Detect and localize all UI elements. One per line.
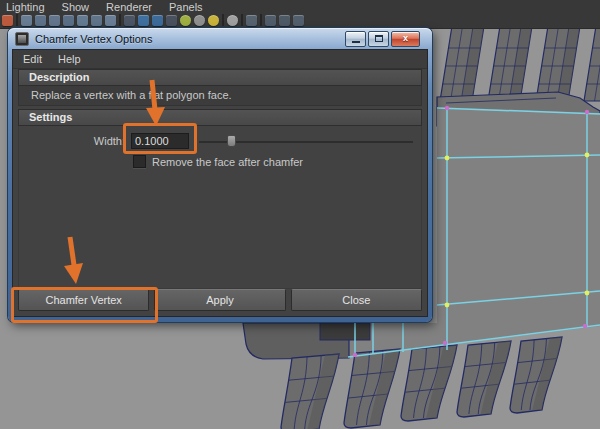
- menu-renderer[interactable]: Renderer: [106, 1, 152, 13]
- grease-pencil-icon[interactable]: [105, 15, 116, 26]
- textured-sphere-icon[interactable]: [208, 15, 219, 26]
- menu-edit[interactable]: Edit: [23, 53, 42, 65]
- exposure-icon[interactable]: [279, 15, 290, 26]
- xray-display-icon[interactable]: [265, 15, 276, 26]
- wireframe-sphere-icon[interactable]: [180, 15, 191, 26]
- maximize-button[interactable]: [368, 31, 389, 47]
- remove-face-checkbox[interactable]: [133, 155, 146, 168]
- resolution-gate-icon[interactable]: [138, 15, 149, 26]
- width-slider-handle[interactable]: [227, 135, 236, 147]
- lock-camera-icon[interactable]: [35, 15, 46, 26]
- field-chart-icon[interactable]: [166, 15, 177, 26]
- chamfer-vertex-button[interactable]: Chamfer Vertex: [18, 289, 149, 311]
- maya-app-icon: [15, 32, 29, 46]
- width-input[interactable]: [131, 133, 189, 149]
- image-plane-icon[interactable]: [77, 15, 88, 26]
- settings-panel: Width: Remove the face after chamfer: [18, 126, 422, 289]
- description-section-header: Description: [18, 69, 422, 86]
- toolbar-separator: [241, 14, 243, 26]
- snap-magnet-icon[interactable]: [2, 15, 13, 26]
- settings-section-header: Settings: [18, 109, 422, 126]
- dialog-content: Description Replace a vertex with a flat…: [18, 69, 422, 311]
- dialog-body: Edit Help Description Replace a vertex w…: [12, 49, 428, 317]
- toolbar-separator: [119, 14, 121, 26]
- panel-menu-bar: Lighting Show Renderer Panels: [0, 0, 600, 13]
- apply-button[interactable]: Apply: [154, 289, 285, 311]
- dialog-title: Chamfer Vertex Options: [35, 33, 345, 45]
- toolbar-separator: [16, 14, 18, 26]
- lighting-sphere-icon[interactable]: [227, 15, 238, 26]
- menu-help[interactable]: Help: [58, 53, 81, 65]
- remove-face-checkbox-label: Remove the face after chamfer: [152, 156, 303, 168]
- gamma-icon[interactable]: [293, 15, 304, 26]
- close-button[interactable]: Close: [291, 289, 422, 311]
- panel-toolbar: Lighting Show Renderer Panels: [0, 0, 600, 29]
- width-slider[interactable]: [199, 134, 413, 148]
- menu-panels[interactable]: Panels: [169, 1, 203, 13]
- isolate-select-icon[interactable]: [246, 15, 257, 26]
- gate-mask-icon[interactable]: [152, 15, 163, 26]
- dialog-titlebar[interactable]: Chamfer Vertex Options x: [8, 28, 432, 49]
- maximize-icon: [375, 35, 383, 42]
- bookmark-view-icon[interactable]: [63, 15, 74, 26]
- camera-attributes-icon[interactable]: [49, 15, 60, 26]
- toolbar-separator: [260, 14, 262, 26]
- menu-show[interactable]: Show: [62, 1, 90, 13]
- width-label: Width:: [19, 135, 125, 147]
- two-d-pan-zoom-icon[interactable]: [91, 15, 102, 26]
- minimize-icon: [352, 41, 360, 43]
- panel-icon-bar: [0, 13, 600, 27]
- shaded-sphere-icon[interactable]: [194, 15, 205, 26]
- dialog-menubar: Edit Help: [13, 50, 427, 69]
- toolbar-separator: [222, 14, 224, 26]
- menu-lighting[interactable]: Lighting: [6, 1, 45, 13]
- minimize-button[interactable]: [345, 31, 366, 47]
- select-camera-icon[interactable]: [21, 15, 32, 26]
- close-window-button[interactable]: x: [391, 31, 420, 47]
- film-gate-icon[interactable]: [124, 15, 135, 26]
- description-text: Replace a vertex with a flat polygon fac…: [18, 86, 422, 106]
- chamfer-vertex-options-window: Chamfer Vertex Options x Edit Help Descr…: [8, 28, 432, 322]
